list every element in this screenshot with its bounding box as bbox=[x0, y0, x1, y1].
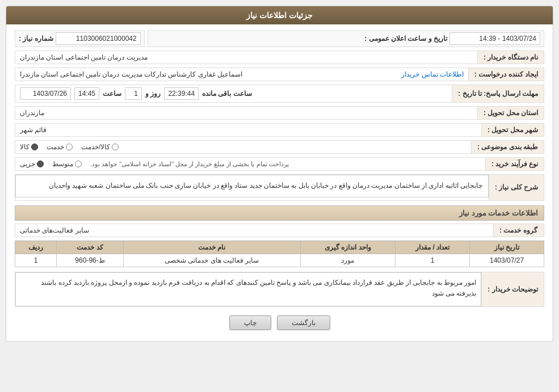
shomare-niaz-label: شماره نیاز : bbox=[19, 35, 53, 43]
mohlat-label: مهلت ارسال پاسخ: تا تاریخ : bbox=[452, 85, 544, 103]
col-vahed: واحد اندازه گیری bbox=[300, 241, 396, 254]
mohlat-rooz-value: 1 bbox=[125, 87, 142, 100]
sharh-label: شرح کلی نیاز : bbox=[489, 174, 544, 201]
radio-kala-label: کالا bbox=[20, 143, 30, 151]
radio-kala-icon bbox=[31, 144, 38, 150]
mohlat-date-value: 1403/07/26 bbox=[20, 87, 71, 100]
radio-khedmat-label: خدمت bbox=[47, 143, 64, 151]
tawzihat-value: امور مربوط به جابجایی از طریق عقد قراردا… bbox=[15, 272, 481, 306]
radio-kala-khedmat-icon bbox=[112, 144, 119, 150]
radio-motavaset-icon bbox=[75, 161, 82, 167]
ostan-value: مازندران bbox=[15, 106, 477, 120]
radio-jozvi-icon bbox=[37, 161, 44, 167]
ostan-label: استان محل تحویل : bbox=[477, 106, 544, 120]
row-tedad: 1 bbox=[396, 254, 470, 267]
khadamat-section-title: اطلاعات خدمات مورد نیاز bbox=[15, 205, 544, 221]
goroh-khedmat-label: گروه خدمت : bbox=[493, 224, 544, 237]
nam-dastgah-label: نام دستگاه خریدار : bbox=[477, 50, 544, 64]
shahr-value: قائم شهر bbox=[15, 123, 481, 137]
radio-khedmat-icon bbox=[66, 144, 73, 150]
print-button[interactable]: چاپ bbox=[229, 315, 271, 330]
radio-jozvi-label: جزیی bbox=[20, 160, 35, 168]
radio-kala-khedmat-label: کالا/خدمت bbox=[81, 143, 110, 151]
shahr-label: شهر محل تحویل : bbox=[481, 123, 544, 137]
mohlat-saat-remaining-label: ساعت باقی مانده bbox=[202, 90, 252, 98]
page-title: جزئیات اطلاعات نیاز bbox=[6, 6, 553, 24]
goroh-khedmat-value: سایر فعالیت‌های خدماتی bbox=[15, 224, 493, 237]
tarikh-value: 1403/07/24 - 14:39 bbox=[449, 32, 540, 45]
col-tarikh-niaz: تاریخ نیاز bbox=[470, 241, 544, 254]
mohlat-rooz-label: روز و bbox=[145, 90, 161, 98]
radio-motavaset[interactable]: متوسط bbox=[52, 160, 82, 168]
radio-khedmat[interactable]: خدمت bbox=[47, 143, 73, 151]
row-radif: 1 bbox=[15, 254, 57, 267]
mohlat-time-value: 14:45 bbox=[74, 87, 99, 100]
tarikh-label: تاریخ و ساعت اعلان عمومی : bbox=[364, 35, 447, 43]
etelaat-tamas-link[interactable]: اطلاعات تماس خریدار bbox=[401, 70, 464, 78]
ijad-kanandeh-value: اسماعیل غفاری کارشناس تدارکات مدیریت درم… bbox=[20, 70, 242, 78]
shomare-niaz-value: 1103006021000042 bbox=[56, 32, 141, 45]
nam-dastgah-value: مدیریت درمان تامین اجتماعی استان مازندرا… bbox=[15, 50, 477, 64]
table-row: 1403/07/27 1 مورد سایر فعالیت های خدماتی… bbox=[15, 254, 544, 267]
radio-kala-khedmat[interactable]: کالا/خدمت bbox=[81, 143, 119, 151]
radio-jozvi[interactable]: جزیی bbox=[20, 160, 44, 168]
row-vahed: مورد bbox=[300, 254, 396, 267]
mohlat-time-label: ساعت bbox=[103, 90, 121, 98]
col-kod-khedmat: کد خدمت bbox=[57, 241, 124, 254]
back-button[interactable]: بازگشت bbox=[277, 315, 330, 330]
col-radif: ردیف bbox=[15, 241, 57, 254]
noe-farayand-note: پرداخت تمام یا بخشی از مبلغ خریدار از مح… bbox=[90, 161, 289, 168]
col-nam-khedmat: نام خدمت bbox=[124, 241, 301, 254]
mohlat-saat-remaining-value: 22:39:44 bbox=[164, 87, 199, 100]
row-kod-khedmat: ط-96-960 bbox=[57, 254, 124, 267]
services-table: تاریخ نیاز تعداد / مقدار واحد اندازه گیر… bbox=[15, 241, 544, 267]
row-tarikh: 1403/07/27 bbox=[470, 254, 544, 267]
radio-motavaset-label: متوسط bbox=[52, 160, 73, 168]
col-tedad: تعداد / مقدار bbox=[396, 241, 470, 254]
tabaqeh-label: طبقه بندی موضوعی : bbox=[471, 140, 544, 154]
radio-kala[interactable]: کالا bbox=[20, 143, 38, 151]
noe-farayand-label: نوع فرآیند خرید : bbox=[485, 157, 544, 171]
ijad-kanandeh-label: ایجاد کننده درخواست : bbox=[468, 68, 544, 81]
tawzihat-label: توضیحات خریدار : bbox=[481, 272, 544, 307]
row-nam-khedmat: سایر فعالیت های خدماتی شخصی bbox=[124, 254, 301, 267]
sharh-value: جابجایی اثاثیه اداری از ساختمان مدیریت د… bbox=[15, 175, 489, 197]
